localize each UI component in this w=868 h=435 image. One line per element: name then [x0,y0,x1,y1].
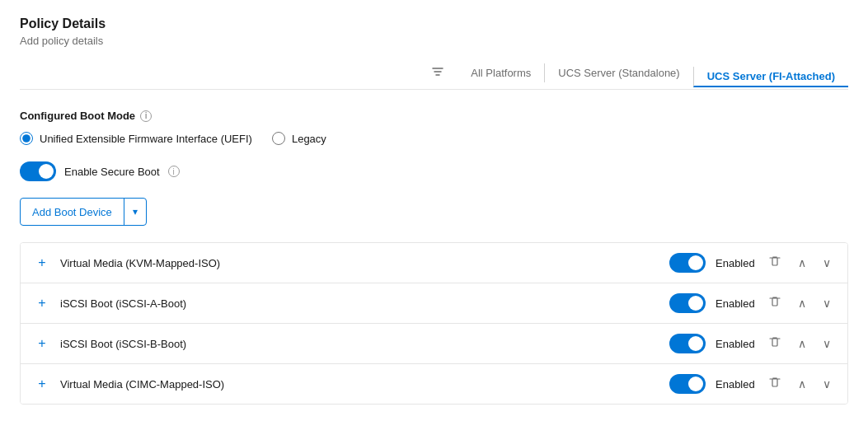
boot-toggle-thumb-2 [688,296,703,311]
chevron-down-2[interactable]: ∨ [819,295,834,311]
boot-device-name-3: iSCSI Boot (iSCSI-B-Boot) [60,338,669,350]
chevron-down-1[interactable]: ∨ [819,255,834,271]
expand-icon-3[interactable]: + [34,336,50,351]
chevron-up-3[interactable]: ∧ [795,335,809,352]
expand-icon-4[interactable]: + [34,377,50,391]
delete-icon-1[interactable] [765,253,785,273]
boot-device-name-4: Virtual Media (CIMC-Mapped-ISO) [60,378,669,391]
boot-toggle-thumb-4 [688,377,703,391]
add-boot-device-caret[interactable]: ▾ [124,201,146,222]
page-subtitle: Add policy details [20,35,848,47]
boot-device-controls-2: Enabled ∧ ∨ [669,293,834,313]
boot-enabled-label-3: Enabled [716,338,755,350]
boot-toggle-1[interactable] [669,253,706,273]
platform-tabs-row: All Platforms UCS Server (Standalone) UC… [20,63,848,90]
add-boot-device-main-button[interactable]: Add Boot Device [21,201,124,223]
boot-device-controls-4: Enabled ∧ ∨ [669,374,834,394]
tab-ucs-fi-attached[interactable]: UCS Server (FI-Attached) [693,67,848,87]
boot-enabled-label-1: Enabled [716,257,755,269]
delete-icon-2[interactable] [765,293,785,313]
boot-mode-radio-group: Unified Extensible Firmware Interface (U… [20,132,848,145]
radio-legacy[interactable]: Legacy [272,132,326,145]
boot-device-controls-1: Enabled ∧ ∨ [669,253,834,273]
boot-device-item-2: + iSCSI Boot (iSCSI-A-Boot) Enabled ∧ ∨ [21,283,847,324]
boot-mode-info-icon[interactable]: i [140,110,152,122]
boot-device-name-2: iSCSI Boot (iSCSI-A-Boot) [60,297,669,310]
expand-icon-1[interactable]: + [34,255,50,270]
secure-boot-row: Enable Secure Boot i [20,161,848,181]
chevron-up-1[interactable]: ∧ [795,255,809,271]
page-container: Policy Details Add policy details All Pl… [0,0,868,421]
boot-enabled-label-4: Enabled [716,378,755,391]
radio-legacy-input[interactable] [272,132,285,145]
boot-toggle-thumb-3 [688,336,703,351]
boot-toggle-4[interactable] [669,374,706,394]
delete-icon-3[interactable] [765,334,785,353]
boot-device-item-1: + Virtual Media (KVM-Mapped-ISO) Enabled… [21,243,847,283]
toggle-thumb [39,164,54,179]
boot-toggle-2[interactable] [669,293,706,313]
boot-device-item-3: + iSCSI Boot (iSCSI-B-Boot) Enabled ∧ ∨ [21,324,847,364]
page-header: Policy Details Add policy details [20,16,848,47]
tab-all-platforms[interactable]: All Platforms [457,63,544,82]
radio-uefi[interactable]: Unified Extensible Firmware Interface (U… [20,132,252,145]
radio-uefi-label: Unified Extensible Firmware Interface (U… [40,133,252,145]
secure-boot-toggle[interactable] [20,161,56,181]
secure-boot-info-icon[interactable]: i [168,166,180,177]
boot-device-list: + Virtual Media (KVM-Mapped-ISO) Enabled… [20,242,848,405]
tab-ucs-standalone[interactable]: UCS Server (Standalone) [544,63,692,82]
boot-toggle-thumb-1 [688,255,703,270]
toggle-track [20,161,56,181]
filter-icon[interactable] [431,65,444,82]
delete-icon-4[interactable] [765,374,785,394]
boot-mode-label: Configured Boot Mode i [20,110,848,122]
secure-boot-label: Enable Secure Boot [64,166,160,178]
radio-uefi-input[interactable] [20,132,33,145]
boot-enabled-label-2: Enabled [716,297,755,310]
chevron-down-3[interactable]: ∨ [819,335,834,352]
chevron-down-4[interactable]: ∨ [819,376,834,392]
boot-device-item-4: + Virtual Media (CIMC-Mapped-ISO) Enable… [21,364,847,404]
page-title: Policy Details [20,16,848,31]
boot-device-controls-3: Enabled ∧ ∨ [669,334,834,353]
boot-toggle-3[interactable] [669,334,706,353]
radio-legacy-label: Legacy [292,133,326,145]
add-boot-device-button[interactable]: Add Boot Device ▾ [20,198,147,226]
add-boot-device-row: Add Boot Device ▾ [20,198,848,226]
expand-icon-2[interactable]: + [34,296,50,311]
chevron-up-4[interactable]: ∧ [795,376,809,392]
boot-device-name-1: Virtual Media (KVM-Mapped-ISO) [60,257,669,269]
chevron-up-2[interactable]: ∧ [795,295,809,311]
